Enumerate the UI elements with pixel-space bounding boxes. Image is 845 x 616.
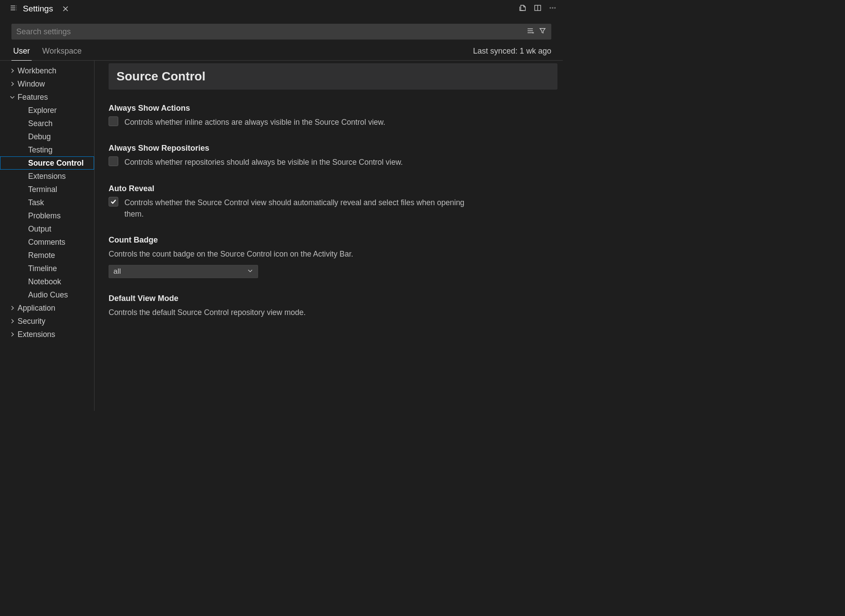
svg-point-1 [550, 7, 551, 8]
title-bar: Settings [0, 0, 563, 18]
tree-item-label: Application [18, 304, 55, 313]
settings-search[interactable] [11, 24, 551, 40]
setting-description: Controls whether repositories should alw… [124, 156, 403, 168]
tree-item-label: Features [18, 93, 48, 102]
tree-item[interactable]: Extensions [0, 328, 94, 341]
chevron-right-icon [9, 80, 16, 87]
tree-item[interactable]: Task [0, 196, 94, 209]
scope-user[interactable]: User [11, 47, 32, 61]
scope-tabs: User Workspace [11, 47, 84, 60]
tree-item[interactable]: Comments [0, 236, 94, 249]
search-actions [526, 27, 546, 37]
setting-title: Auto Reveal [109, 184, 557, 193]
tree-item[interactable]: Window [0, 77, 94, 91]
split-editor-icon[interactable] [534, 4, 542, 14]
tree-item[interactable]: Output [0, 222, 94, 236]
setting-title: Count Badge [109, 236, 557, 245]
clear-search-icon[interactable] [526, 27, 534, 37]
open-settings-json-icon[interactable] [519, 4, 527, 14]
tree-item-label: Remote [28, 251, 55, 260]
chevron-right-icon [9, 304, 16, 312]
tree-item-label: Audio Cues [28, 290, 68, 300]
tree-item[interactable]: Notebook [0, 275, 94, 288]
tree-item[interactable]: Audio Cues [0, 288, 94, 301]
tree-item-label: Testing [28, 145, 52, 155]
setting-description: Controls whether the Source Control view… [124, 197, 485, 220]
tree-item-label: Security [18, 317, 45, 326]
tree-item-label: Terminal [28, 185, 57, 194]
setting-description: Controls the count badge on the Source C… [109, 248, 469, 260]
settings-list-icon [10, 4, 18, 14]
tab-title: Settings [23, 4, 53, 14]
section-title: Source Control [109, 63, 557, 90]
setting-description: Controls the default Source Control repo… [109, 307, 469, 318]
tree-item[interactable]: Extensions [0, 170, 94, 183]
tree-item-label: Workbench [18, 66, 56, 76]
close-icon[interactable] [62, 5, 69, 12]
tree-item[interactable]: Search [0, 117, 94, 130]
tree-item[interactable]: Application [0, 301, 94, 315]
tree-item-label: Output [28, 225, 51, 234]
svg-point-3 [554, 7, 555, 8]
tree-item-label: Timeline [28, 264, 57, 273]
chevron-right-icon [9, 318, 16, 325]
svg-point-2 [552, 7, 553, 8]
setting-default-view-mode: Default View ModeControls the default So… [109, 292, 557, 325]
checkbox[interactable] [109, 156, 118, 166]
chevron-down-icon [247, 267, 253, 276]
tree-item[interactable]: Security [0, 315, 94, 328]
tree-item-label: Notebook [28, 277, 61, 286]
setting-auto-reveal: Auto RevealControls whether the Source C… [109, 182, 557, 222]
setting-title: Always Show Repositories [109, 144, 557, 153]
scope-row: User Workspace Last synced: 1 wk ago [0, 42, 563, 61]
setting-title: Default View Mode [109, 294, 557, 303]
title-bar-actions [519, 4, 559, 14]
setting-always-show-repositories: Always Show RepositoriesControls whether… [109, 142, 557, 170]
tree-item-label: Comments [28, 238, 66, 247]
tree-item[interactable]: Problems [0, 209, 94, 222]
tree-item-label: Debug [28, 132, 51, 141]
tree-item-label: Extensions [28, 172, 66, 181]
checkbox[interactable] [109, 197, 118, 207]
settings-tree: WorkbenchWindowFeaturesExplorerSearchDeb… [0, 61, 95, 411]
tree-item-label: Extensions [18, 330, 55, 339]
settings-content: Source Control Always Show ActionsContro… [95, 61, 563, 411]
tree-item-label: Search [28, 119, 52, 128]
tab-settings[interactable]: Settings [4, 0, 75, 18]
search-input[interactable] [16, 27, 526, 36]
setting-title: Always Show Actions [109, 104, 557, 113]
tree-item[interactable]: Debug [0, 130, 94, 143]
tree-item[interactable]: Source Control [0, 156, 94, 170]
chevron-right-icon [9, 67, 16, 74]
tree-item-label: Task [28, 198, 44, 207]
setting-always-show-actions: Always Show ActionsControls whether inli… [109, 102, 557, 130]
tree-item[interactable]: Timeline [0, 262, 94, 275]
chevron-down-icon [9, 94, 16, 101]
select[interactable]: all [109, 265, 258, 278]
scope-workspace[interactable]: Workspace [40, 47, 84, 60]
sync-status[interactable]: Last synced: 1 wk ago [473, 47, 551, 60]
checkbox[interactable] [109, 116, 118, 126]
tree-item[interactable]: Testing [0, 143, 94, 156]
tree-item-label: Problems [28, 211, 61, 221]
tree-item[interactable]: Remote [0, 249, 94, 262]
more-actions-icon[interactable] [549, 4, 557, 14]
setting-description: Controls whether inline actions are alwa… [124, 116, 385, 128]
select-value: all [113, 267, 121, 276]
tree-item-label: Window [18, 80, 45, 89]
tree-item[interactable]: Terminal [0, 183, 94, 196]
tree-item-label: Explorer [28, 106, 57, 115]
editor-tabs: Settings [4, 0, 75, 18]
tree-item[interactable]: Explorer [0, 104, 94, 117]
tree-item[interactable]: Features [0, 91, 94, 104]
chevron-right-icon [9, 331, 16, 338]
settings-search-row [0, 18, 563, 42]
tree-item-label: Source Control [28, 159, 84, 168]
settings-body: WorkbenchWindowFeaturesExplorerSearchDeb… [0, 61, 563, 411]
filter-icon[interactable] [539, 27, 546, 37]
setting-count-badge: Count BadgeControls the count badge on t… [109, 234, 557, 280]
tree-item[interactable]: Workbench [0, 64, 94, 77]
